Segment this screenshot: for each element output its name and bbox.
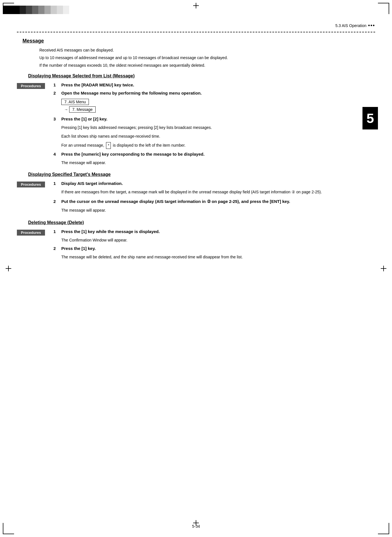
crosshair-left [6,266,11,271]
step-num-3-1: 1 [53,229,61,234]
bar-seg-1 [20,6,26,14]
header-bar [3,6,69,14]
section-main-title: Message [22,38,375,44]
section-header: 5.3 AIS Operation ••• [17,23,375,30]
crosshair-bottom [193,520,199,526]
step-1-3: 3 Press the [1] or [2] key. [53,117,375,121]
step-1-2: 2 Open the Message menu by performing th… [53,91,375,95]
step-num-1-2: 2 [53,91,61,95]
page-content: 5.3 AIS Operation ••• Message Received A… [17,23,375,520]
step-body-1-4: The message will appear. [61,160,375,166]
bar-seg-7 [57,6,63,14]
crosshair-right [381,266,386,271]
procedures-badge-3: Procedures [17,230,45,236]
step-body-1-3b: Each list shows ship names and message-r… [61,133,375,139]
step-text-3-2: Press the [1] key. [61,246,375,251]
menu-arrow: → [64,107,68,112]
bar-seg-2 [26,6,32,14]
procedures-block-3: Procedures 1 Press the [1] key while the… [17,229,375,263]
step-body-2-2: The message will appear. [61,207,375,213]
procedures-badge-2: Procedures [17,182,45,187]
procedures-content-1: 1 Press the [RADAR MENU] key twice. 2 Op… [53,82,375,169]
step-2-2: 2 Put the cursor on the unread message d… [53,199,375,204]
procedures-block-1: Procedures 1 Press the [RADAR MENU] key … [17,82,375,169]
step-num-1-3: 3 [53,117,61,121]
bar-seg-5 [44,6,51,14]
subsection-title-3: Deleting Message (Delete) [28,220,375,225]
step-3-1: 1 Press the [1] key while the message is… [53,229,375,234]
procedures-content-3: 1 Press the [1] key while the message is… [53,229,375,263]
dots-decoration: ••• [368,23,375,28]
bar-segments [20,6,69,14]
menu-level2: 7. Message [69,106,96,113]
procedures-content-2: 1 Display AIS target information. If the… [53,181,375,216]
bar-seg-4 [38,6,44,14]
crosshair-top [193,3,199,8]
step-body-2-1: If there are messages from the target, a… [61,189,375,195]
bar-seg-6 [51,6,57,14]
corner-bracket-bl [3,523,14,534]
step-body-1-3c: For an unread message, * is displayed to… [61,142,375,149]
menu-level1: 7. AIS Menu [61,99,89,105]
step-num-1-1: 1 [53,82,61,87]
step-text-1-3: Press the [1] or [2] key. [61,117,375,121]
step-text-1-4: Press the [numeric] key corresponding to… [61,152,375,156]
top-header [3,3,389,17]
asterisk-box: * [106,142,111,149]
intro-line-3: If the number of messages exceeds 10, th… [39,62,375,68]
bar-black [3,6,20,14]
intro-line-2: Up to 10 messages of addressed message a… [39,55,375,61]
procedures-badge-1: Procedures [17,83,45,89]
menu-box-container: 7. AIS Menu → 7. Message [61,99,375,113]
step-num-1-4: 4 [53,152,61,156]
step-text-2-2: Put the cursor on the unread message dis… [61,199,375,204]
menu-arrow-row: → 7. Message [61,106,375,113]
procedures-block-2: Procedures 1 Display AIS target informat… [17,181,375,216]
dashed-separator [17,32,375,32]
step-num-3-2: 2 [53,246,61,251]
subsection-title-2: Displaying Specified Target's Message [28,172,375,177]
bar-seg-8 [63,6,69,14]
step-body-3-2: The message will be deleted, and the shi… [61,254,375,260]
step-body-1-3a: Pressing [1] key lists addressed message… [61,125,375,131]
subsection-title-1: Displaying Message Selected from List (M… [28,73,375,79]
step-text-1-1: Press the [RADAR MENU] key twice. [61,82,375,87]
step-num-2-1: 1 [53,181,61,186]
step-body-3-1: The Confirmation Window will appear. [61,237,375,243]
step-1-1: 1 Press the [RADAR MENU] key twice. [53,82,375,87]
section-number: 5.3 AIS Operation [335,23,367,28]
step-3-2: 2 Press the [1] key. [53,246,375,251]
step-text-3-1: Press the [1] key while the message is d… [61,229,375,234]
step-1-4: 4 Press the [numeric] key corresponding … [53,152,375,156]
step-2-1: 1 Display AIS target information. [53,181,375,186]
step-text-1-2: Open the Message menu by performing the … [61,91,375,95]
bar-seg-3 [32,6,38,14]
intro-line-1: Received AIS messages can be displayed. [39,47,375,53]
step-text-2-1: Display AIS target information. [61,181,375,186]
corner-bracket-br [378,523,389,534]
step-num-2-2: 2 [53,199,61,204]
